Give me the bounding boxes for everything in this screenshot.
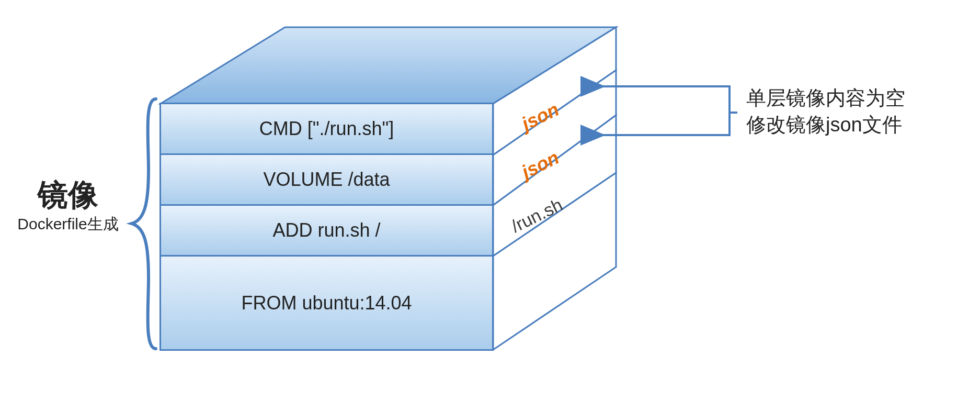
annotation-arrows xyxy=(0,0,980,400)
